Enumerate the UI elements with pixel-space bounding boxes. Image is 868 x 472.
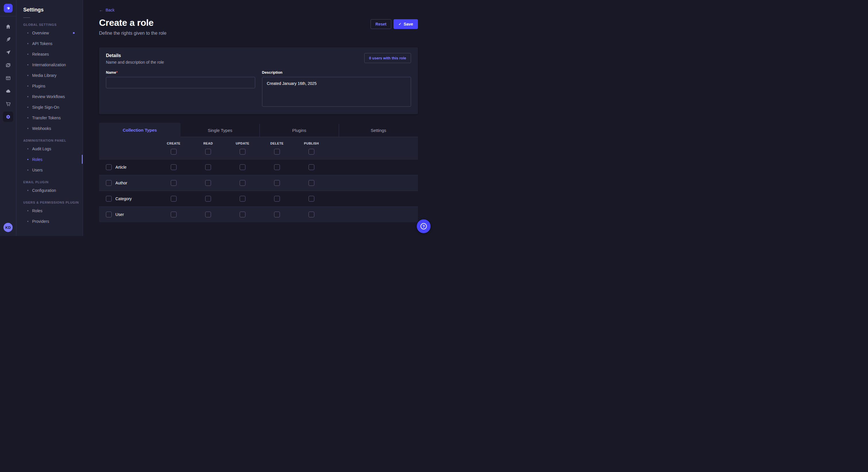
sidebar-item-webhooks[interactable]: Webhooks — [23, 123, 76, 134]
checkbox-category-publish[interactable] — [309, 196, 314, 202]
home-icon[interactable] — [3, 21, 13, 32]
sidebar-item-configuration[interactable]: Configuration — [23, 185, 76, 196]
sidebar-item-internationalization[interactable]: Internationalization — [23, 59, 76, 70]
checkbox-row-category[interactable] — [106, 196, 112, 202]
column-header-read: READ — [191, 142, 225, 145]
checkbox-user-publish[interactable] — [309, 212, 314, 217]
checkbox-row-author[interactable] — [106, 180, 112, 186]
details-subtitle: Name and description of the role — [106, 60, 164, 65]
paper-plane-icon[interactable] — [3, 47, 13, 57]
strapi-admin-window: KD Settings GLOBAL SETTINGS Overview API… — [0, 0, 434, 236]
permissions-card: Collection Types Single Types Plugins Se… — [99, 123, 418, 222]
back-link[interactable]: ← Back — [99, 7, 115, 12]
user-avatar[interactable]: KD — [3, 223, 12, 232]
permissions-header-row: CREATE READ UPDATE DELETE — [99, 137, 418, 159]
tab-single-types[interactable]: Single Types — [181, 124, 259, 137]
question-mark-icon: ? — [421, 223, 427, 229]
tab-collection-types[interactable]: Collection Types — [99, 123, 181, 137]
checkbox-category-delete[interactable] — [274, 196, 280, 202]
settings-sidebar: Settings GLOBAL SETTINGS Overview API To… — [17, 0, 83, 236]
checkbox-read-all[interactable] — [205, 149, 211, 155]
sidebar-item-releases[interactable]: Releases — [23, 49, 76, 59]
checkbox-article-create[interactable] — [171, 164, 177, 170]
name-label-text: Name — [106, 70, 116, 74]
sidebar-item-single-sign-on[interactable]: Single Sign-On — [23, 102, 76, 112]
checkbox-user-read[interactable] — [205, 212, 211, 217]
checkbox-publish-all[interactable] — [309, 149, 314, 155]
checkbox-category-read[interactable] — [205, 196, 211, 202]
sidebar-item-api-tokens[interactable]: API Tokens — [23, 38, 76, 49]
feather-icon[interactable] — [3, 34, 13, 44]
checkbox-article-publish[interactable] — [309, 164, 314, 170]
checkbox-article-read[interactable] — [205, 164, 211, 170]
users-with-role-button[interactable]: 0 users with this role — [364, 53, 411, 63]
checkbox-delete-all[interactable] — [274, 149, 280, 155]
sidebar-item-users[interactable]: Users — [23, 165, 76, 175]
active-indicator-bar — [82, 155, 83, 164]
checkbox-article-update[interactable] — [240, 164, 245, 170]
checkbox-author-publish[interactable] — [309, 180, 314, 186]
checkbox-row-user[interactable] — [106, 212, 112, 217]
sidebar-item-label: Overview — [32, 31, 49, 35]
checkbox-user-create[interactable] — [171, 212, 177, 217]
details-title: Details — [106, 53, 164, 58]
sidebar-item-label: Transfer Tokens — [32, 115, 61, 120]
table-row-user: User — [99, 206, 418, 222]
checkbox-category-create[interactable] — [171, 196, 177, 202]
notification-dot — [73, 32, 74, 34]
sidebar-item-review-workflows[interactable]: Review Workflows — [23, 91, 76, 102]
sidebar-item-label: Single Sign-On — [32, 105, 59, 109]
sidebar-title: Settings — [23, 7, 83, 13]
tab-settings[interactable]: Settings — [339, 124, 418, 137]
sidebar-item-label: Plugins — [32, 84, 45, 88]
sidebar-item-overview[interactable]: Overview — [23, 28, 76, 38]
table-row-article: Article — [99, 159, 418, 175]
bullet-icon — [27, 107, 28, 108]
layout-icon[interactable] — [3, 73, 13, 83]
sidebar-item-label: Configuration — [32, 188, 56, 193]
sidebar-item-providers[interactable]: Providers — [23, 216, 76, 227]
reset-button[interactable]: Reset — [371, 19, 391, 29]
checkbox-update-all[interactable] — [240, 149, 245, 155]
checkbox-user-update[interactable] — [240, 212, 245, 217]
page-title: Create a role — [99, 18, 166, 28]
cart-icon[interactable] — [3, 99, 13, 109]
name-field[interactable] — [106, 77, 255, 88]
checkbox-create-all[interactable] — [171, 149, 177, 155]
column-header-create: CREATE — [156, 142, 191, 145]
tab-plugins[interactable]: Plugins — [259, 124, 339, 137]
help-button[interactable]: ? — [417, 220, 431, 233]
sidebar-item-label: Review Workflows — [32, 94, 65, 99]
gear-icon[interactable] — [3, 111, 13, 122]
sidebar-item-transfer-tokens[interactable]: Transfer Tokens — [23, 112, 76, 123]
description-field[interactable]: Created January 16th, 2025 — [262, 77, 411, 107]
sidebar-item-label: Audit Logs — [32, 146, 51, 151]
sidebar-item-roles-up[interactable]: Roles — [23, 205, 76, 216]
save-button[interactable]: ✓ Save — [394, 19, 418, 29]
back-label[interactable]: Back — [105, 8, 115, 12]
checkbox-author-delete[interactable] — [274, 180, 280, 186]
bullet-icon — [27, 159, 28, 160]
checkbox-user-delete[interactable] — [274, 212, 280, 217]
page-subtitle: Define the rights given to the role — [99, 31, 166, 36]
strapi-logo[interactable] — [4, 4, 12, 12]
sidebar-item-label: Internationalization — [32, 63, 66, 67]
table-row-author: Author — [99, 175, 418, 191]
sidebar-item-audit-logs[interactable]: Audit Logs — [23, 143, 76, 154]
cloud-icon[interactable] — [3, 86, 13, 96]
checkbox-author-create[interactable] — [171, 180, 177, 186]
section-users-permissions-plugin: USERS & PERMISSIONS PLUGIN — [23, 201, 83, 204]
sidebar-item-plugins[interactable]: Plugins — [23, 80, 76, 91]
section-administration-panel: ADMINISTRATION PANEL — [23, 139, 83, 142]
bullet-icon — [27, 117, 28, 119]
sidebar-item-roles-admin[interactable]: Roles — [23, 154, 76, 165]
bullet-icon — [27, 190, 28, 191]
checkbox-author-read[interactable] — [205, 180, 211, 186]
checkbox-category-update[interactable] — [240, 196, 245, 202]
sidebar-item-media-library[interactable]: Media Library — [23, 70, 76, 80]
row-name: Author — [115, 181, 127, 185]
checkbox-row-article[interactable] — [106, 164, 112, 170]
checkbox-article-delete[interactable] — [274, 164, 280, 170]
checkbox-author-update[interactable] — [240, 180, 245, 186]
pictures-icon[interactable] — [3, 60, 13, 70]
